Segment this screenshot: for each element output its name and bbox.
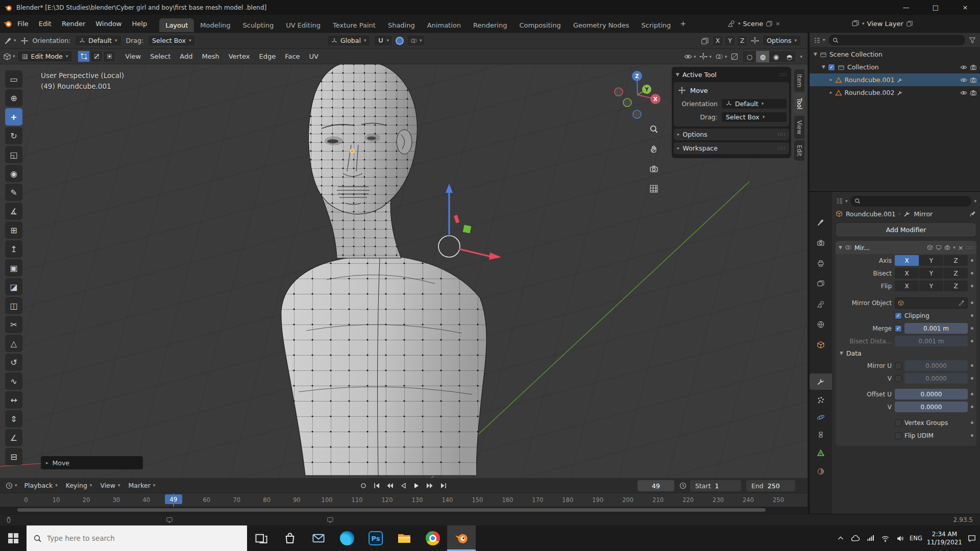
add-workspace-button[interactable]: + [677,17,689,30]
minimize-button[interactable]: — [891,0,921,15]
taskbar-search-input[interactable] [47,534,220,542]
breadcrumb-modifier[interactable]: Mirror [914,210,933,218]
animate-dot[interactable] [971,340,973,342]
camera-icon[interactable] [970,77,977,84]
tab-constraints[interactable] [810,427,832,443]
gizmo-x-arrowhead[interactable] [489,253,501,260]
animate-dot[interactable] [971,272,973,274]
wireframe-shading-button[interactable]: ○ [743,51,756,62]
gizmo-x-arrow[interactable] [459,249,491,257]
collapse-icon[interactable]: ▼ [839,245,842,250]
taskbar-app-mail[interactable] [304,525,333,551]
workspace-tab[interactable]: Compositing [513,18,567,32]
mode-dropdown[interactable]: Edit Mode▾ [17,51,73,62]
tab-scene[interactable] [810,296,832,312]
tool-inset[interactable]: ▣ [5,259,22,277]
viewport-menu-item[interactable]: Edge [254,51,280,62]
tab-view-layer[interactable] [810,276,832,292]
navigation-gizmo[interactable]: Z Y X [615,71,660,118]
play-button[interactable] [410,480,423,492]
viewport-menu-item[interactable]: UV [305,51,323,62]
gizmo-plane-handle-red[interactable] [454,215,459,223]
overlays-dropdown[interactable]: ▾ [715,53,727,61]
menubar-item[interactable]: Render [57,17,90,30]
scrollbar-handle[interactable] [17,508,766,512]
data-section-header[interactable]: ▼ Data [836,347,976,359]
workspace-tab[interactable]: Geometry Nodes [567,18,635,32]
material-shading-button[interactable]: ◉ [769,51,782,62]
sidebar-tab[interactable]: Edit [794,140,804,161]
pin-icon[interactable] [969,210,976,217]
edge-select-button[interactable] [90,51,103,62]
workspace-tab[interactable]: Rendering [467,18,513,32]
eyedropper-icon[interactable] [959,300,965,306]
gizmo-z-arrowhead[interactable] [446,184,453,193]
action-center-icon[interactable] [967,533,977,543]
tab-world[interactable] [810,316,832,333]
merge-threshold-field[interactable]: 0.001 m [904,323,968,334]
duplicate-icon[interactable] [701,37,709,45]
workspace-tab[interactable]: Modeling [194,18,236,32]
tool-add-cube[interactable]: ⊞ [5,221,22,239]
gizmos-dropdown[interactable]: ▾ [699,53,712,61]
tool-move[interactable]: + [5,108,22,126]
workspace-tab[interactable]: UV Editing [280,18,327,32]
bisect-toggle[interactable]: X [895,268,919,279]
axis-toggle[interactable]: Y [919,255,943,266]
grip-icon[interactable]: ∷∷ [966,245,973,251]
taskbar-app-blender[interactable] [447,525,476,551]
network-signal-icon[interactable] [865,533,875,543]
mirror-v-field[interactable]: 0.0000 [904,373,968,384]
mirror-u-field[interactable]: 0.0000 [904,360,968,371]
animate-dot[interactable] [971,285,973,287]
current-frame-field[interactable]: 49 [638,480,674,491]
tool-shrink-fatten[interactable]: ⇕ [5,410,22,428]
expand-icon[interactable]: ▸ [830,90,832,95]
taskbar-app-store[interactable] [276,525,304,551]
tool-panel-section[interactable]: ▸ Workspace ∷∷ [674,142,789,154]
animate-dot[interactable] [971,393,973,395]
editor-type-button[interactable]: ▾ [3,482,19,490]
axis-toggle[interactable]: X [895,255,919,266]
outliner-object-row[interactable]: ▸ Roundcube.001 [810,73,980,86]
tab-object[interactable] [810,337,832,353]
onedrive-cloud-icon[interactable] [850,533,861,543]
sidebar-tab[interactable]: Tool [794,93,804,114]
viewport-menu-item[interactable]: Vertex [224,51,255,62]
animate-dot[interactable] [971,314,973,317]
current-frame-badge[interactable]: 49 [165,494,182,504]
editor-type-button[interactable]: ▾ [4,37,16,45]
bisect-distance-field[interactable]: 0.001 m [895,336,968,346]
timeline-menu-item[interactable]: View▾ [96,480,124,491]
language-indicator[interactable]: ENG [910,535,922,542]
viewport-menu-item[interactable]: Add [175,51,197,62]
axis-button[interactable]: X [712,35,723,46]
tab-physics[interactable] [810,409,832,425]
transform-orientation-dropdown[interactable]: Global▾ [327,35,371,46]
collapse-icon[interactable]: ▼ [676,72,679,77]
animate-dot[interactable] [971,421,973,424]
timeline-menu-item[interactable]: Keying▾ [62,480,96,491]
view-layer-selector[interactable]: ▾ View Layer [851,17,913,30]
grip-icon[interactable]: ∷∷ [778,145,786,151]
render-display-toggle[interactable] [944,244,950,251]
merge-checkbox[interactable]: ✓ [895,325,902,332]
tool-panel-section[interactable]: ▸ Options ∷∷ [674,129,789,140]
sidebar-tab[interactable]: View [794,116,804,139]
shading-dropdown-icon[interactable]: ▾ [800,55,802,59]
gizmo-settings-icon[interactable] [751,37,759,45]
tab-tool[interactable] [810,214,832,231]
workspace-tab[interactable]: Animation [421,18,467,32]
tool-transform[interactable]: ◉ [5,165,22,182]
expand-icon[interactable]: ▸ [830,78,832,82]
new-view-layer-icon[interactable] [906,20,913,27]
ortho-grid-icon[interactable] [647,182,660,195]
tool-measure[interactable]: ∡ [5,203,22,220]
drag-dropdown[interactable]: Select Box▾ [721,112,787,122]
snapping-active-indicator[interactable] [396,37,404,45]
animate-dot[interactable] [971,406,973,408]
tool-smooth[interactable]: ∿ [5,372,22,390]
scene-collection-row[interactable]: ▼ Scene Collection [810,48,980,61]
orientation-dropdown[interactable]: Default▾ [721,98,787,109]
tool-scale[interactable]: ◱ [5,146,22,163]
